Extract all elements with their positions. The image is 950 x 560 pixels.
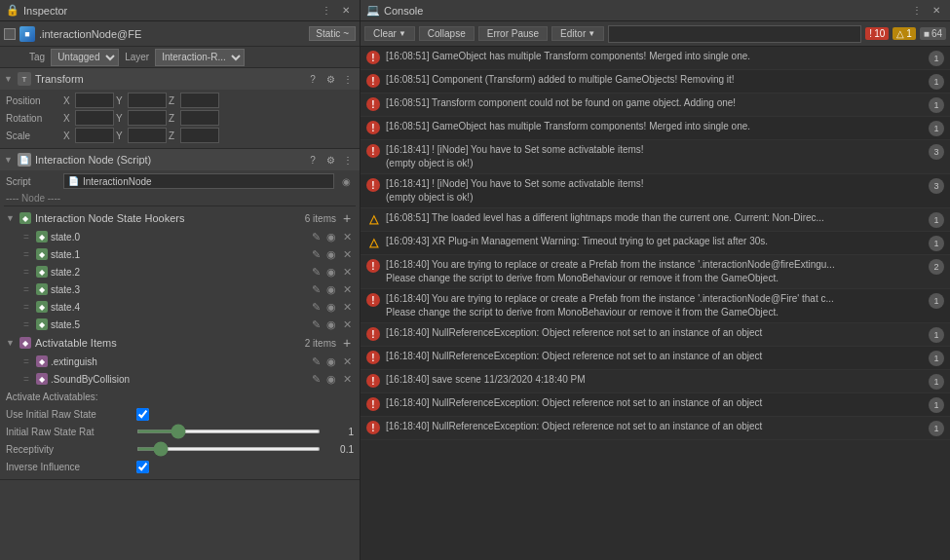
console-message[interactable]: △ [16:08:51] The loaded level has a diff…	[361, 208, 950, 232]
console-message[interactable]: ! [16:08:51] Transform component could n…	[361, 93, 950, 117]
transform-header[interactable]: ▼ T Transform ? ⚙ ⋮	[0, 68, 360, 90]
error-pause-button[interactable]: Error Pause	[478, 26, 548, 41]
scale-row: Scale X 1 Y 1 Z 1	[4, 127, 356, 144]
message-count: 1	[929, 374, 944, 390]
rot-z-input[interactable]: 0	[180, 110, 219, 126]
state-delete-icon[interactable]: ✕	[340, 248, 354, 261]
state-target-icon[interactable]: ◉	[324, 301, 338, 314]
state-edit-icon[interactable]: ✎	[309, 318, 323, 331]
activatable-edit-icon[interactable]: ✎	[309, 355, 323, 368]
activatable-delete-icon[interactable]: ✕	[340, 373, 354, 386]
error-badge[interactable]: ! 10	[865, 27, 889, 40]
state-hookers-add-btn[interactable]: +	[340, 210, 354, 226]
activatable-items-add-btn[interactable]: +	[340, 335, 354, 351]
transform-title: Transform	[35, 73, 301, 85]
drag-handle-icon: =	[23, 374, 33, 385]
state-target-icon[interactable]: ◉	[324, 231, 338, 243]
position-row: Position X 0 Y 0.5 Z 0	[4, 92, 356, 109]
script-reference[interactable]: 📄 InteractionNode	[63, 173, 334, 189]
state-edit-icon[interactable]: ✎	[309, 266, 323, 279]
interaction-node-title: Interaction Node (Script)	[35, 154, 301, 166]
console-search-input[interactable]	[608, 25, 861, 43]
state-delete-icon[interactable]: ✕	[340, 301, 354, 314]
transform-help-icon[interactable]: ?	[305, 71, 321, 87]
drag-handle-icon: =	[23, 232, 33, 243]
console-message[interactable]: ! [16:18:40] You are trying to replace o…	[361, 255, 950, 289]
console-message[interactable]: ! [16:18:40] NullReferenceException: Obj…	[361, 323, 950, 347]
tag-select[interactable]: Untagged	[51, 49, 119, 66]
state-target-icon[interactable]: ◉	[324, 283, 338, 296]
message-count: 1	[929, 236, 944, 251]
interaction-node-body: Script 📄 InteractionNode ◉ ---- Node ---…	[0, 170, 360, 479]
pos-x-input[interactable]: 0	[75, 93, 114, 108]
console-message[interactable]: ! [16:18:40] NullReferenceException: Obj…	[361, 417, 950, 440]
console-lock-icon[interactable]: ⋮	[909, 3, 925, 19]
console-message[interactable]: ! [16:18:40] NullReferenceException: Obj…	[361, 393, 950, 417]
console-message[interactable]: ! [16:18:41] ! [iNode] You have to Set s…	[361, 174, 950, 208]
console-message[interactable]: ! [16:08:51] GameObject has multiple Tra…	[361, 117, 950, 140]
use-initial-raw-state-checkbox[interactable]	[136, 408, 149, 421]
clear-button[interactable]: Clear ▼	[364, 26, 415, 41]
object-active-checkbox[interactable]	[4, 28, 16, 40]
state-edit-icon[interactable]: ✎	[309, 231, 323, 243]
warning-badge[interactable]: △ 1	[893, 27, 916, 40]
interaction-node-help-icon[interactable]: ?	[305, 152, 321, 168]
activatable-delete-icon[interactable]: ✕	[340, 355, 354, 368]
pos-z-input[interactable]: 0	[180, 93, 219, 108]
close-icon[interactable]: ✕	[338, 3, 354, 19]
collapse-button[interactable]: Collapse	[419, 26, 475, 41]
state-delete-icon[interactable]: ✕	[340, 231, 354, 243]
activatable-edit-icon[interactable]: ✎	[309, 373, 323, 386]
scale-y-input[interactable]: 1	[128, 128, 167, 143]
state-target-icon[interactable]: ◉	[324, 248, 338, 261]
initial-raw-state-label: Initial Raw State Rat	[6, 427, 133, 437]
error-msg-icon: !	[366, 144, 380, 158]
pos-y-input[interactable]: 0.5	[128, 93, 167, 108]
interaction-node-settings-icon[interactable]: ⚙	[323, 152, 338, 168]
script-target-icon[interactable]: ◉	[338, 173, 354, 189]
layer-select[interactable]: Interaction-R...	[155, 49, 245, 66]
message-count: 3	[929, 144, 944, 160]
transform-icon: T	[18, 72, 31, 86]
console-message[interactable]: ! [16:18:40] NullReferenceException: Obj…	[361, 347, 950, 370]
receptivity-slider[interactable]	[136, 447, 321, 451]
console-message[interactable]: ! [16:18:40] You are trying to replace o…	[361, 289, 950, 323]
state-delete-icon[interactable]: ✕	[340, 283, 354, 296]
message-count: 1	[929, 97, 944, 113]
scale-x-input[interactable]: 1	[75, 128, 114, 143]
message-text: [16:18:40] You are trying to replace or …	[386, 292, 923, 319]
pos-z-label: Z	[169, 95, 178, 106]
console-message[interactable]: ! [16:08:51] Component (Transform) added…	[361, 70, 950, 93]
state-edit-icon[interactable]: ✎	[309, 301, 323, 314]
console-message[interactable]: ! [16:18:41] ! [iNode] You have to Set s…	[361, 140, 950, 174]
message-count: 1	[929, 51, 944, 66]
state-edit-icon[interactable]: ✎	[309, 283, 323, 296]
interaction-node-menu-icon[interactable]: ⋮	[340, 152, 356, 168]
state-delete-icon[interactable]: ✕	[340, 266, 354, 279]
transform-settings-icon[interactable]: ⚙	[323, 71, 338, 87]
console-message[interactable]: △ [16:09:43] XR Plug-in Management Warni…	[361, 232, 950, 255]
state-hookers-foldout[interactable]: ▼ ◆ Interaction Node State Hookers 6 ite…	[4, 208, 356, 228]
static-button[interactable]: Static ~	[309, 26, 356, 41]
console-message[interactable]: ! [16:08:51] GameObject has multiple Tra…	[361, 47, 950, 70]
scale-z-input[interactable]: 1	[180, 128, 219, 143]
console-close-icon[interactable]: ✕	[929, 3, 944, 19]
state-target-icon[interactable]: ◉	[324, 318, 338, 331]
console-message[interactable]: ! [16:18:40] save scene 11/23/2020 4:18:…	[361, 370, 950, 393]
info-badge[interactable]: ■ 64	[920, 27, 946, 40]
state-edit-icon[interactable]: ✎	[309, 248, 323, 261]
activatable-target-icon[interactable]: ◉	[324, 355, 338, 368]
activatable-target-icon[interactable]: ◉	[324, 373, 338, 386]
state-item: = ◆ state.5 ✎ ◉ ✕	[4, 316, 356, 333]
editor-button[interactable]: Editor ▼	[551, 26, 604, 41]
menu-icon[interactable]: ⋮	[319, 3, 334, 19]
rot-x-input[interactable]: 0	[75, 110, 114, 126]
rot-y-input[interactable]: 0	[128, 110, 167, 126]
state-target-icon[interactable]: ◉	[324, 266, 338, 279]
initial-raw-state-slider[interactable]	[136, 429, 321, 433]
inverse-influence-checkbox[interactable]	[136, 461, 149, 473]
transform-menu-icon[interactable]: ⋮	[340, 71, 356, 87]
activatable-items-foldout[interactable]: ▼ ◆ Activatable Items 2 items +	[4, 333, 356, 353]
state-delete-icon[interactable]: ✕	[340, 318, 354, 331]
interaction-node-header[interactable]: ▼ 📄 Interaction Node (Script) ? ⚙ ⋮	[0, 149, 360, 170]
